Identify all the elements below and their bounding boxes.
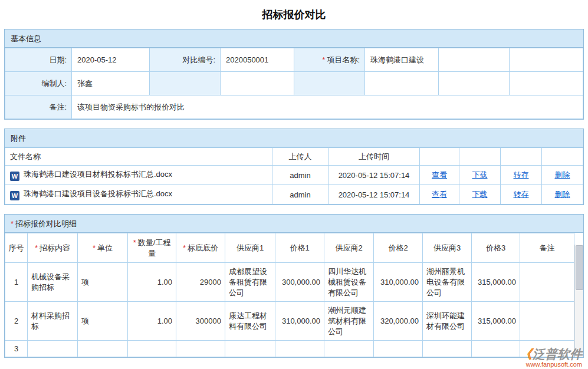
remark-label: 备注: bbox=[5, 95, 72, 119]
price-3: 315,000.00 bbox=[472, 302, 520, 341]
price-2: 310,000.00 bbox=[374, 263, 423, 302]
attachments-table: 文件名称 上传人 上传时间 W珠海鹤港口建设项目材料投标标书汇总.docx ad… bbox=[5, 147, 583, 205]
col-uploader: 上传人 bbox=[272, 148, 329, 166]
empty-cell bbox=[365, 72, 439, 95]
creator-value: 张鑫 bbox=[72, 72, 150, 95]
row-remark bbox=[520, 263, 574, 302]
row-no: 3 bbox=[5, 341, 28, 357]
price-3 bbox=[472, 341, 520, 357]
row-no: 1 bbox=[5, 263, 28, 302]
view-link[interactable]: 查看 bbox=[432, 170, 447, 179]
word-file-icon: W bbox=[10, 172, 19, 181]
creator-label: 编制人: bbox=[5, 72, 72, 95]
supplier-2: 四川华达机械租赁设备有限公司 bbox=[324, 263, 374, 302]
empty-cell bbox=[510, 48, 583, 72]
unit bbox=[78, 341, 128, 357]
save-as-link[interactable]: 转存 bbox=[514, 190, 529, 199]
col-upload-time: 上传时间 bbox=[329, 148, 420, 166]
required-mark: * bbox=[93, 243, 96, 252]
bid-price-comparison-page: 招标报价对比 基本信息 日期: 2020-05-12 对比编号: 2020050… bbox=[0, 0, 588, 369]
download-link[interactable]: 下载 bbox=[472, 190, 488, 199]
price-2 bbox=[374, 341, 423, 357]
col-remark: 备注 bbox=[520, 233, 574, 263]
supplier-3: 深圳环能建材有限公司 bbox=[423, 302, 472, 341]
view-link[interactable]: 查看 bbox=[432, 190, 447, 199]
project-name-value: 珠海鹤港口建设 bbox=[365, 48, 439, 72]
col-unit: *单位 bbox=[78, 233, 128, 263]
file-name: 珠海鹤港口建设项目材料投标标书汇总.docx bbox=[24, 170, 172, 179]
base-price bbox=[176, 341, 225, 357]
date-value: 2020-05-12 bbox=[72, 48, 150, 72]
remark-value: 该项目物资采购标书的报价对比 bbox=[72, 95, 583, 119]
col-content: *招标内容 bbox=[28, 233, 78, 263]
required-mark: * bbox=[322, 55, 325, 64]
supplier-1: 成都展望设备租赁有限公司 bbox=[225, 263, 275, 302]
file-cell: W珠海鹤港口建设项目材料投标标书汇总.docx bbox=[5, 166, 272, 185]
row-remark bbox=[520, 302, 574, 341]
scrollbar-thumb[interactable] bbox=[576, 245, 583, 290]
basic-info-form: 日期: 2020-05-12 对比编号: 2020050001 *项目名称: 珠… bbox=[5, 48, 583, 119]
delete-link[interactable]: 删除 bbox=[555, 170, 570, 179]
date-label: 日期: bbox=[5, 48, 72, 72]
uploader: admin bbox=[272, 166, 329, 185]
required-mark: * bbox=[183, 243, 186, 252]
quantity bbox=[128, 341, 176, 357]
attachments-header-row: 文件名称 上传人 上传时间 bbox=[5, 148, 583, 166]
unit: 项 bbox=[78, 302, 128, 341]
basic-info-row-3: 备注: 该项目物资采购标书的报价对比 bbox=[5, 95, 583, 119]
row-remark bbox=[520, 341, 574, 357]
basic-info-panel: 基本信息 日期: 2020-05-12 对比编号: 2020050001 *项目… bbox=[4, 29, 584, 120]
col-price-2: 价格2 bbox=[374, 233, 423, 263]
attachments-panel: 附件 文件名称 上传人 上传时间 W珠海鹤港口建设项目材料投标标书汇总.docx… bbox=[4, 129, 584, 205]
upload-time: 2020-05-12 15:07:14 bbox=[329, 185, 420, 205]
col-action-1 bbox=[420, 148, 459, 166]
empty-label-cell bbox=[150, 72, 221, 95]
required-mark: * bbox=[11, 219, 14, 228]
file-name: 珠海鹤港口建设项目设备投标标书汇总.docx bbox=[24, 189, 172, 198]
empty-cell bbox=[439, 72, 510, 95]
required-mark: * bbox=[35, 243, 38, 252]
delete-link[interactable]: 删除 bbox=[555, 190, 570, 199]
basic-info-section-title: 基本信息 bbox=[5, 29, 583, 48]
basic-info-row-2: 编制人: 张鑫 bbox=[5, 72, 583, 95]
supplier-3 bbox=[423, 341, 472, 357]
col-qty-text: 数量/工程量 bbox=[138, 238, 171, 258]
col-unit-text: 单位 bbox=[97, 243, 113, 252]
bid-content bbox=[28, 341, 78, 357]
compare-no-label: 对比编号: bbox=[150, 48, 221, 72]
empty-label-cell bbox=[294, 72, 365, 95]
col-base-price: *标底底价 bbox=[176, 233, 225, 263]
supplier-2: 潮州元顺建筑材料有限公司 bbox=[324, 302, 374, 341]
col-no: 序号 bbox=[5, 233, 28, 263]
word-file-icon: W bbox=[10, 191, 19, 200]
row-no: 2 bbox=[5, 302, 28, 341]
detail-row: 1 机械设备采购招标 项 1.00 29000 成都展望设备租赁有限公司 300… bbox=[5, 263, 574, 302]
bid-content: 材料采购招标 bbox=[28, 302, 78, 341]
col-action-3 bbox=[501, 148, 542, 166]
page-title: 招标报价对比 bbox=[0, 0, 588, 29]
detail-row: 3 bbox=[5, 341, 574, 357]
col-supplier-1: 供应商1 bbox=[225, 233, 275, 263]
file-cell: W珠海鹤港口建设项目设备投标标书汇总.docx bbox=[5, 185, 272, 205]
price-1: 300,000.00 bbox=[275, 263, 324, 302]
supplier-1: 康达工程材料有限公司 bbox=[225, 302, 275, 341]
empty-cell bbox=[439, 48, 510, 72]
save-as-link[interactable]: 转存 bbox=[514, 170, 529, 179]
vendor-url: www.fanpusoft.com bbox=[520, 361, 582, 368]
empty-cell bbox=[510, 72, 583, 95]
basic-info-row-1: 日期: 2020-05-12 对比编号: 2020050001 *项目名称: 珠… bbox=[5, 48, 583, 72]
detail-section-title-text: 招标报价对比明细 bbox=[15, 219, 77, 228]
col-price-3: 价格3 bbox=[472, 233, 520, 263]
col-action-2 bbox=[459, 148, 501, 166]
col-file-name: 文件名称 bbox=[5, 148, 272, 166]
bid-content: 机械设备采购招标 bbox=[28, 263, 78, 302]
project-name-label: *项目名称: bbox=[294, 48, 365, 72]
detail-row: 2 材料采购招标 项 1.00 300000 康达工程材料有限公司 310,00… bbox=[5, 302, 574, 341]
required-mark: * bbox=[133, 238, 136, 247]
col-action-4 bbox=[542, 148, 583, 166]
detail-section-title: *招标报价对比明细 bbox=[5, 215, 583, 233]
col-content-text: 招标内容 bbox=[40, 243, 70, 252]
uploader: admin bbox=[272, 185, 329, 205]
vertical-scrollbar[interactable] bbox=[574, 245, 583, 357]
download-link[interactable]: 下载 bbox=[472, 170, 488, 179]
